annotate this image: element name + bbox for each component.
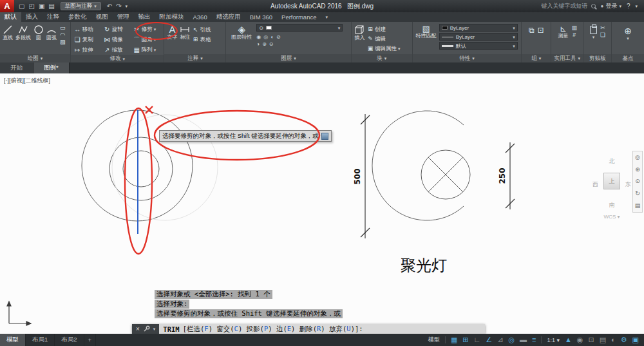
panel-utilities-label[interactable]: 实用工具 ▾ — [551, 54, 583, 62]
tab-featured-apps[interactable]: 精选应用 — [212, 12, 245, 22]
customize-wrench-icon[interactable] — [143, 325, 150, 332]
tab-addins[interactable]: 附加模块 — [155, 12, 189, 22]
dimension-500[interactable] — [361, 114, 370, 238]
hatch-icon[interactable]: ▨ — [60, 39, 66, 45]
signin-button[interactable]: ● 登录 ▾ — [601, 2, 621, 10]
fillet-button[interactable]: ⌒ 圆角 ▾ — [132, 35, 161, 44]
lineweight-icon[interactable]: ▬ — [520, 336, 527, 343]
layer-tool-icon[interactable]: ⊘ — [276, 34, 281, 40]
file-tab-drawing[interactable]: 图例* — [33, 62, 70, 73]
viewcube-top-face[interactable]: 上 — [603, 173, 620, 189]
edit-block-button[interactable]: ✎ 编辑 — [367, 34, 401, 44]
panel-block-label[interactable]: 块 ▾ — [352, 54, 412, 62]
tab-home[interactable]: 默认 — [0, 12, 21, 22]
layer-dropdown[interactable]: ⊙ ▾ — [256, 24, 343, 32]
ungroup-icon[interactable]: ⊡ — [538, 24, 544, 34]
viewport-controls[interactable]: [-][俯视][二维线框] — [4, 77, 50, 85]
rectangle-icon[interactable]: ▭ — [60, 25, 66, 31]
panel-modify-label[interactable]: 修改 ▾ — [71, 55, 164, 62]
tab-parametric[interactable]: 参数化 — [64, 12, 91, 22]
app-menu-button[interactable]: A — [0, 0, 14, 12]
copy-button[interactable]: ❏ 复制 — [73, 35, 102, 44]
spotlight-symbol[interactable] — [372, 111, 470, 220]
viewcube-east[interactable]: 东 — [625, 180, 631, 189]
viewcube-south[interactable]: 南 — [591, 201, 632, 209]
search-input[interactable]: 键入关键字或短语 — [542, 2, 596, 10]
panel-clipboard-label[interactable]: 剪贴板 — [583, 54, 611, 62]
panel-draw-label[interactable]: 绘图 ▾ — [0, 54, 70, 62]
annotation-scale-dropdown[interactable]: 1:1 ▾ — [547, 337, 560, 343]
search-icon[interactable] — [591, 4, 596, 8]
text-button[interactable]: A 文字 — [166, 24, 178, 41]
polar-icon[interactable]: ∠ — [486, 336, 492, 343]
command-input[interactable]: TRIM [栏选(F) 窗交(C) 投影(P) 边(E) 删除(R) 放弃(U)… — [159, 324, 485, 334]
qat-menu-caret-icon[interactable]: ▾ — [126, 4, 128, 8]
new-icon[interactable]: ▢ — [19, 3, 24, 10]
quick-properties-icon[interactable]: ▤ — [600, 336, 606, 343]
layer-tool-icon[interactable]: ⊖ — [269, 41, 274, 47]
group-icon[interactable]: ⧉ — [529, 24, 535, 34]
panel-layers-label[interactable]: 图层 ▾ — [226, 54, 351, 62]
ellipse-icon[interactable]: ◠ — [60, 32, 66, 38]
isodraft-icon[interactable]: ⊿ — [497, 336, 503, 343]
command-line-window[interactable]: × ▾ TRIM [栏选(F) 窗交(C) 投影(P) 边(E) 删除(R) 放… — [132, 324, 485, 334]
showmotion-icon[interactable]: ▤ — [635, 203, 641, 209]
tab-view[interactable]: 视图 — [91, 12, 113, 22]
line-button[interactable]: 直线 — [2, 24, 14, 42]
viewcube-north[interactable]: 北 — [591, 157, 632, 166]
tab-manage[interactable]: 管理 — [113, 12, 134, 22]
create-block-button[interactable]: ⊞ 创建 — [367, 24, 401, 34]
paste-button[interactable]: ▾ — [589, 24, 598, 40]
trim-button[interactable]: ✂ 修剪 ▾ — [132, 24, 161, 34]
settings-gear-icon[interactable]: ⚙ — [621, 336, 627, 343]
help-button[interactable]: ? — [627, 3, 630, 10]
layer-tool-icon[interactable]: ◑ — [256, 41, 260, 47]
polyline-button[interactable]: 多段线 — [15, 24, 32, 42]
snap-icon[interactable]: ⊞ — [462, 336, 468, 343]
linetype-dropdown[interactable]: ByLayer ▾ — [439, 33, 518, 41]
viewcube[interactable]: 北 西 东 上 南 WCS ▾ — [591, 155, 632, 224]
orbit-icon[interactable]: ↻ — [635, 191, 640, 197]
save-icon[interactable]: ▣ — [39, 3, 44, 10]
viewcube-west[interactable]: 西 — [592, 180, 598, 189]
stretch-button[interactable]: ↦ 拉伸 — [73, 45, 102, 55]
id-point-icon[interactable]: # — [571, 32, 577, 38]
annotation-visibility-icon[interactable]: ▲ — [565, 336, 572, 343]
leader-button[interactable]: ↖ 引线 — [192, 25, 211, 35]
move-button[interactable]: ↔ 移动 — [73, 24, 102, 34]
undo-icon[interactable]: ↶ — [107, 3, 112, 10]
tab-a360[interactable]: A360 — [189, 12, 212, 22]
steering-wheel-icon[interactable]: ◎ — [635, 155, 640, 160]
layer-tool-icon[interactable]: ⊕ — [262, 41, 267, 47]
inner-circle[interactable] — [123, 151, 159, 187]
object-color-dropdown[interactable]: ByLayer ▾ — [439, 24, 518, 32]
viewcube-wcs-menu[interactable]: WCS ▾ — [591, 214, 632, 220]
drawing-geometry[interactable]: 500 250 — [0, 73, 644, 334]
recent-commands-caret-icon[interactable]: ▾ — [153, 327, 156, 331]
quick-select-icon[interactable]: ▥ — [571, 25, 577, 31]
ribbon-collapse-caret-icon[interactable]: ▾ — [321, 12, 332, 22]
layer-tool-icon[interactable]: ◐ — [270, 34, 274, 40]
layout2-tab[interactable]: 布局2 — [55, 334, 84, 346]
panel-annotate-label[interactable]: 注释 ▾ — [164, 54, 225, 62]
basepoint-button[interactable]: ⊕ ▾ — [623, 24, 632, 41]
tab-performance[interactable]: Performance — [277, 12, 321, 22]
workspace-selector[interactable]: 草图与注释 ▾ — [61, 2, 101, 10]
selection-cycling-icon[interactable]: ≡ — [532, 336, 536, 343]
dimension-button[interactable]: 标注 — [179, 24, 191, 41]
panel-properties-label[interactable]: 特性 ▾ — [413, 54, 522, 62]
circle-button[interactable]: 圆 — [33, 24, 44, 42]
ortho-icon[interactable]: ∟ — [474, 336, 481, 343]
rotate-button[interactable]: ↻ 旋转 — [102, 24, 131, 34]
table-button[interactable]: ⊞ 表格 — [192, 35, 211, 44]
plot-icon[interactable]: ▤ — [48, 3, 54, 10]
model-space-toggle[interactable]: 模型 — [428, 336, 440, 344]
units-icon[interactable]: ⊡ — [588, 336, 594, 343]
panel-basepoint-label[interactable]: 基点 — [612, 54, 644, 62]
array-button[interactable]: ▦ 阵列 ▾ — [132, 45, 161, 55]
measure-button[interactable]: ⊾ 测量 — [557, 24, 569, 40]
isolate-icon[interactable]: ◐ — [611, 336, 616, 343]
help-caret-icon[interactable]: ▾ — [635, 4, 638, 8]
tab-bim360[interactable]: BIM 360 — [245, 12, 277, 22]
edit-attributes-button[interactable]: ▣ 编辑属性 ▾ — [367, 44, 401, 53]
